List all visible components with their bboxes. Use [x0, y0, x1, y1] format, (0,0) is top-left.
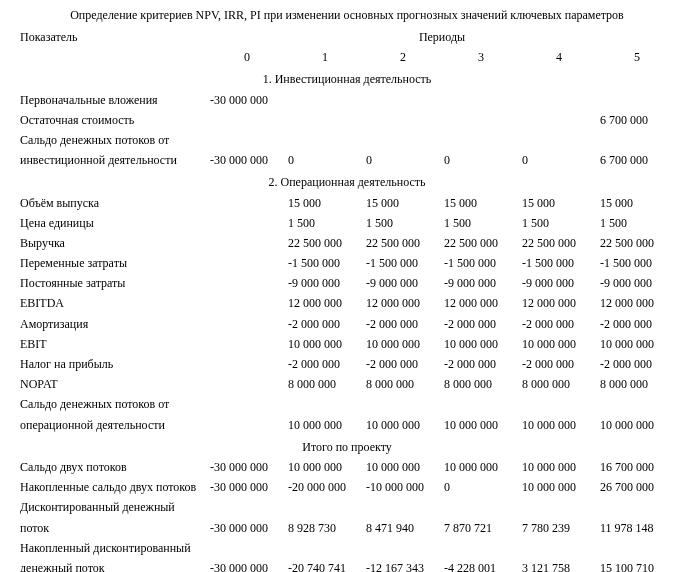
col-p2: 2	[364, 47, 442, 67]
table-row: EBIT10 000 00010 000 00010 000 00010 000…	[18, 334, 676, 354]
table-row: Сальдо денежных потоков от	[18, 130, 676, 150]
col-p5: 5	[598, 47, 676, 67]
table-row: Постоянные затраты-9 000 000-9 000 000-9…	[18, 273, 676, 293]
table-row: Накопленный дисконтированный	[18, 538, 676, 558]
table-row: Цена единицы1 5001 5001 5001 5001 500	[18, 213, 676, 233]
table-row: Амортизация-2 000 000-2 000 000-2 000 00…	[18, 314, 676, 334]
section-2: 2. Операционная деятельность	[18, 170, 676, 192]
table-row: Налог на прибыль-2 000 000-2 000 000-2 0…	[18, 354, 676, 374]
table-row: инвестиционной деятельности-30 000 00000…	[18, 150, 676, 170]
table-row: Сальдо двух потоков-30 000 00010 000 000…	[18, 457, 676, 477]
table-row: операционной деятельности10 000 00010 00…	[18, 415, 676, 435]
table-row: Объём выпуска15 00015 00015 00015 00015 …	[18, 193, 676, 213]
table-row: EBITDA12 000 00012 000 00012 000 00012 0…	[18, 293, 676, 313]
table-row: Дисконтированный денежный	[18, 497, 676, 517]
table-row: Сальдо денежных потоков от	[18, 394, 676, 414]
table-row: NOPAT8 000 0008 000 0008 000 0008 000 00…	[18, 374, 676, 394]
col-indicator: Показатель	[18, 27, 208, 67]
table-row: Переменные затраты-1 500 000-1 500 000-1…	[18, 253, 676, 273]
col-periods: Периоды	[208, 27, 676, 47]
table-row: поток-30 000 0008 928 7308 471 9407 870 …	[18, 518, 676, 538]
table-row: Первоначальные вложения-30 000 000	[18, 90, 676, 110]
col-p4: 4	[520, 47, 598, 67]
financial-table: Показатель Периоды 0 1 2 3 4 5 1. Инвест…	[18, 27, 676, 572]
col-p3: 3	[442, 47, 520, 67]
table-row: Накопленные сальдо двух потоков-30 000 0…	[18, 477, 676, 497]
col-p0: 0	[208, 47, 286, 67]
table-title: Определение критериев NPV, IRR, PI при и…	[18, 8, 676, 23]
table-row: Выручка22 500 00022 500 00022 500 00022 …	[18, 233, 676, 253]
table-row: Остаточная стоимость6 700 000	[18, 110, 676, 130]
col-p1: 1	[286, 47, 364, 67]
section-3: Итого по проекту	[18, 435, 676, 457]
section-1: 1. Инвестиционная деятельность	[18, 67, 676, 89]
table-row: денежный поток-30 000 000-20 740 741-12 …	[18, 558, 676, 572]
